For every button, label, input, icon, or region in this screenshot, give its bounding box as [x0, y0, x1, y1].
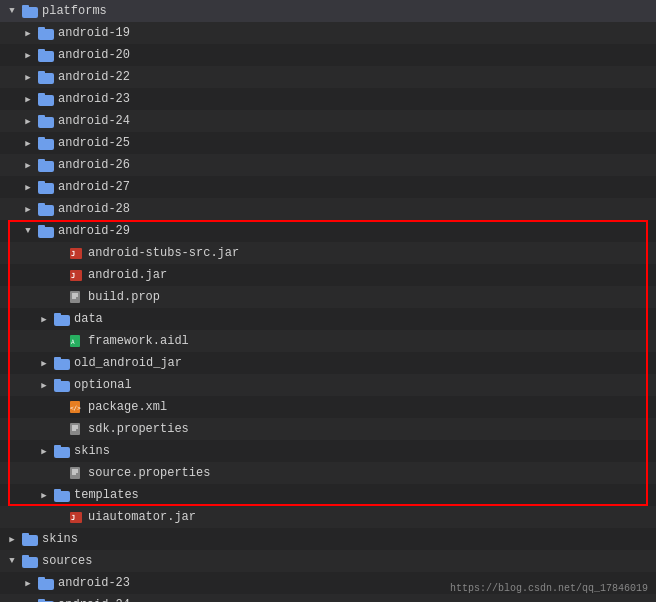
- folder-arrow[interactable]: ▶: [20, 94, 36, 105]
- item-label: skins: [74, 444, 110, 458]
- folder-icon: [54, 377, 70, 393]
- tree-item[interactable]: J android.jar: [0, 264, 656, 286]
- folder-arrow[interactable]: ▶: [36, 380, 52, 391]
- svg-rect-26: [70, 291, 80, 303]
- file-tree[interactable]: ▼ platforms▶ android-19▶ android-20▶ and…: [0, 0, 656, 602]
- item-label: android-19: [58, 26, 130, 40]
- svg-rect-46: [70, 467, 80, 479]
- tree-item[interactable]: source.properties: [0, 462, 656, 484]
- svg-rect-11: [38, 115, 45, 119]
- tree-item[interactable]: ▶ android-27: [0, 176, 656, 198]
- tree-item[interactable]: ▶ templates: [0, 484, 656, 506]
- svg-rect-19: [38, 203, 45, 207]
- tree-item[interactable]: ▶ optional: [0, 374, 656, 396]
- item-label: android.jar: [88, 268, 167, 282]
- folder-icon: [38, 25, 54, 41]
- folder-arrow[interactable]: ▶: [20, 72, 36, 83]
- svg-rect-35: [54, 357, 61, 361]
- tree-item[interactable]: ▶ skins: [0, 528, 656, 550]
- svg-rect-3: [38, 27, 45, 31]
- svg-rect-7: [38, 71, 45, 75]
- folder-arrow[interactable]: ▶: [36, 446, 52, 457]
- item-label: android-27: [58, 180, 130, 194]
- tree-container: ▼ platforms▶ android-19▶ android-20▶ and…: [0, 0, 656, 602]
- folder-icon: [38, 157, 54, 173]
- folder-arrow[interactable]: ▶: [36, 490, 52, 501]
- item-label: sources: [42, 554, 92, 568]
- folder-arrow[interactable]: ▶: [20, 578, 36, 589]
- folder-arrow[interactable]: ▶: [20, 138, 36, 149]
- tree-item[interactable]: ▶ android-23: [0, 88, 656, 110]
- tree-item[interactable]: ▶ android-28: [0, 198, 656, 220]
- folder-icon: [38, 597, 54, 602]
- tree-item[interactable]: ▶ android-26: [0, 154, 656, 176]
- folder-arrow[interactable]: ▶: [4, 534, 20, 545]
- svg-rect-13: [38, 137, 45, 141]
- folder-arrow[interactable]: ▶: [36, 358, 52, 369]
- tree-item[interactable]: ▶ android-23: [0, 572, 656, 594]
- folder-arrow[interactable]: ▼: [4, 556, 20, 566]
- folder-icon: [38, 47, 54, 63]
- item-label: skins: [42, 532, 78, 546]
- svg-rect-57: [22, 555, 29, 559]
- item-label: android-24: [58, 114, 130, 128]
- folder-arrow[interactable]: ▶: [20, 204, 36, 215]
- tree-item[interactable]: ▶ android-24: [0, 110, 656, 132]
- svg-rect-21: [38, 225, 45, 229]
- tree-item[interactable]: ▶ android-25: [0, 132, 656, 154]
- folder-icon: [38, 179, 54, 195]
- tree-item[interactable]: build.prop: [0, 286, 656, 308]
- tree-item[interactable]: sdk.properties: [0, 418, 656, 440]
- item-label: data: [74, 312, 103, 326]
- item-label: framework.aidl: [88, 334, 189, 348]
- tree-item[interactable]: ▼ sources: [0, 550, 656, 572]
- svg-rect-55: [22, 533, 29, 537]
- folder-arrow[interactable]: ▼: [4, 6, 20, 16]
- svg-rect-37: [54, 379, 61, 383]
- svg-rect-51: [54, 489, 61, 493]
- folder-arrow[interactable]: ▶: [20, 28, 36, 39]
- svg-rect-40: [70, 423, 80, 435]
- item-label: android-29: [58, 224, 130, 238]
- folder-icon: [22, 3, 38, 19]
- tree-item[interactable]: ▶ android-24: [0, 594, 656, 602]
- folder-arrow[interactable]: ▶: [36, 314, 52, 325]
- item-label: build.prop: [88, 290, 160, 304]
- svg-text:J: J: [71, 250, 75, 258]
- tree-item[interactable]: ▶ android-20: [0, 44, 656, 66]
- item-label: android-26: [58, 158, 130, 172]
- tree-item[interactable]: ▶ old_android_jar: [0, 352, 656, 374]
- tree-item[interactable]: J uiautomator.jar: [0, 506, 656, 528]
- tree-item[interactable]: ▶ android-19: [0, 22, 656, 44]
- tree-item[interactable]: ▶ data: [0, 308, 656, 330]
- folder-icon: [54, 311, 70, 327]
- file-icon: [68, 465, 84, 481]
- item-label: templates: [74, 488, 139, 502]
- tree-item[interactable]: </> package.xml: [0, 396, 656, 418]
- svg-rect-1: [22, 5, 29, 9]
- file-icon: J: [68, 245, 84, 261]
- item-label: android-25: [58, 136, 130, 150]
- tree-item[interactable]: ▶ skins: [0, 440, 656, 462]
- folder-arrow[interactable]: ▶: [20, 182, 36, 193]
- folder-icon: [38, 201, 54, 217]
- tree-item[interactable]: ▶ android-22: [0, 66, 656, 88]
- file-icon: A: [68, 333, 84, 349]
- folder-icon: [54, 355, 70, 371]
- svg-text:J: J: [71, 272, 75, 280]
- svg-rect-59: [38, 577, 45, 581]
- folder-icon: [38, 113, 54, 129]
- folder-arrow[interactable]: ▶: [20, 116, 36, 127]
- file-icon: [68, 421, 84, 437]
- tree-item[interactable]: A framework.aidl: [0, 330, 656, 352]
- folder-icon: [38, 575, 54, 591]
- item-label: sdk.properties: [88, 422, 189, 436]
- item-label: source.properties: [88, 466, 210, 480]
- folder-arrow[interactable]: ▼: [20, 226, 36, 236]
- folder-arrow[interactable]: ▶: [20, 50, 36, 61]
- item-label: android-23: [58, 92, 130, 106]
- tree-item[interactable]: ▼ android-29: [0, 220, 656, 242]
- tree-item[interactable]: ▼ platforms: [0, 0, 656, 22]
- tree-item[interactable]: J android-stubs-src.jar: [0, 242, 656, 264]
- folder-arrow[interactable]: ▶: [20, 160, 36, 171]
